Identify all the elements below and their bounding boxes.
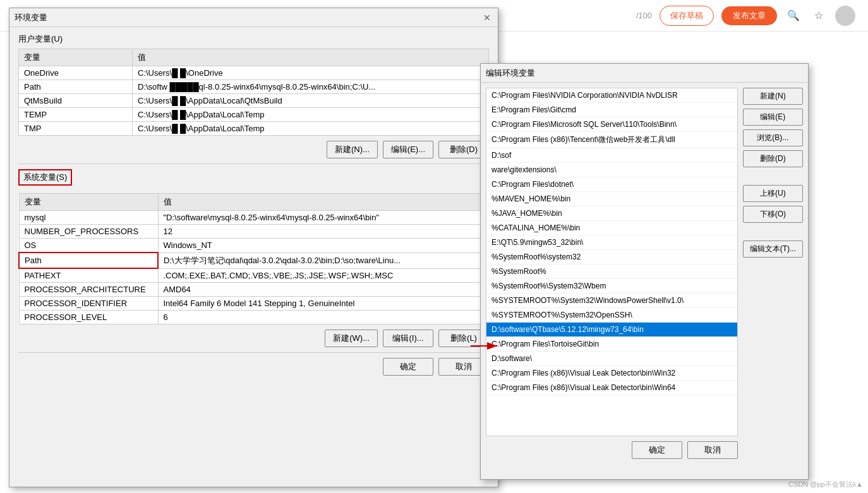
path-list-item[interactable]: C:\Program Files\dotnet\ [486,177,737,192]
user-table-cell-var: Path [19,80,133,94]
sys-table-header-val: 值 [158,194,489,211]
sys-buttons-row: 新建(W)... 编辑(I)... 删除(L) [18,330,489,347]
edit-dialog-body: C:\Program Files\NVIDIA Corporation\NVID… [481,83,808,479]
user-table-row[interactable]: TEMPC:\Users\█ █\AppData\Local\Temp [19,108,489,122]
search-icon[interactable]: 🔍 [785,7,802,25]
publish-button[interactable]: 发布文章 [721,6,777,25]
sys-table-cell-val: Intel64 Family 6 Model 141 Stepping 1, G… [158,297,489,311]
user-table-row[interactable]: QtMsBuildC:\Users\█ █\AppData\Local\QtMs… [19,94,489,108]
path-list-item[interactable]: C:\Program Files (x86)\Tencent\微信web开发者工… [486,132,737,148]
divider [18,163,489,164]
user-variables-table: 变量 值 OneDriveC:\Users\█ █\OneDrivePathD:… [18,49,489,136]
sys-table-row[interactable]: PathD:\大学学习笔记\qdal\qdal-3.0.2\qdal-3.0.2… [19,252,489,268]
sys-table-cell-val: 12 [158,225,489,239]
dialog-body: 用户变量(U) 变量 值 OneDriveC:\Users\█ █\OneDri… [9,27,498,382]
path-list-item[interactable]: D:\software\QTbase\5.12.12\mingw73_64\bi… [486,323,737,337]
sys-table-cell-var: OS [19,239,158,253]
user-table-row[interactable]: OneDriveC:\Users\█ █\OneDrive [19,66,489,80]
user-table-cell-var: TMP [19,122,133,136]
path-list[interactable]: C:\Program Files\NVIDIA Corporation\NVID… [486,88,738,436]
sys-new-button[interactable]: 新建(W)... [325,330,378,347]
user-table-header-var: 变量 [19,49,133,66]
user-buttons-row: 新建(N)... 编辑(E)... 删除(D) [18,141,489,158]
sys-table-row[interactable]: PROCESSOR_IDENTIFIERIntel64 Family 6 Mod… [19,297,489,311]
path-edit-text-button[interactable]: 编辑文本(T)... [743,241,803,258]
sys-table-cell-var: Path [19,252,158,268]
user-table-cell-var: OneDrive [19,66,133,80]
close-button[interactable]: ✕ [481,12,493,23]
user-table-row[interactable]: PathD:\softw █████ql-8.0.25-winx64\mysql… [19,80,489,94]
divider2 [18,352,489,353]
path-list-item[interactable]: C:\Program Files (x86)\Visual Leak Detec… [486,381,737,395]
edit-confirm-button[interactable]: 确定 [632,441,682,459]
env-variables-dialog: 环境变量 ✕ 用户变量(U) 变量 值 OneDriveC:\Users\█ █… [9,8,498,487]
path-list-item[interactable]: D:\sof [486,148,737,163]
sys-table-row[interactable]: PROCESSOR_LEVEL6 [19,311,489,324]
sys-table-header-var: 变量 [19,194,158,211]
sys-section-label: 系统变量(S) [18,169,72,186]
sys-table-cell-val: "D:\software\mysql-8.0.25-winx64\mysql-8… [158,211,489,225]
edit-list-area: C:\Program Files\NVIDIA Corporation\NVID… [481,83,743,479]
user-section-label: 用户变量(U) [18,33,489,45]
user-table-header-val: 值 [133,49,489,66]
sys-table-row[interactable]: PROCESSOR_ARCHITECTUREAMD64 [19,283,489,297]
path-list-item[interactable]: %JAVA_HOME%\bin [486,206,737,221]
star-icon[interactable]: ☆ [810,7,828,25]
path-list-item[interactable]: E:\Program Files\Git\cmd [486,103,737,117]
user-table-cell-val: D:\softw █████ql-8.0.25-winx64\mysql-8.0… [133,80,489,94]
path-list-item[interactable]: D:\software\ [486,352,737,366]
sys-table-row[interactable]: mysql"D:\software\mysql-8.0.25-winx64\my… [19,211,489,225]
sys-edit-button[interactable]: 编辑(I)... [383,330,433,347]
path-browse-button[interactable]: 浏览(B)... [743,129,803,146]
user-table-cell-val: C:\Users\█ █\AppData\Local\Temp [133,108,489,122]
sys-table-row[interactable]: OSWindows_NT [19,239,489,253]
user-new-button[interactable]: 新建(N)... [327,141,378,158]
path-new-button[interactable]: 新建(N) [743,88,803,105]
path-list-item[interactable]: C:\Program Files\TortoiseGit\bin [486,337,737,352]
user-edit-button[interactable]: 编辑(E)... [383,141,433,158]
path-list-item[interactable]: C:\Program Files (x86)\Visual Leak Detec… [486,366,737,381]
counter-text: /100 [636,11,652,20]
user-table-cell-var: QtMsBuild [19,94,133,108]
dialog-title: 环境变量 [15,12,47,23]
sys-table-cell-val: .COM;.EXE;.BAT;.CMD;.VBS;.VBE;.JS;.JSE;.… [158,268,489,283]
path-list-item[interactable]: %SystemRoot%\system32 [486,250,737,264]
path-list-item[interactable]: %MAVEN_HOME%\bin [486,192,737,206]
path-list-item[interactable]: %SystemRoot%\System32\Wbem [486,279,737,294]
sys-table-cell-var: NUMBER_OF_PROCESSORS [19,225,158,239]
user-table-cell-val: C:\Users\█ █\AppData\Local\Temp [133,122,489,136]
path-list-item[interactable]: C:\Program Files\NVIDIA Corporation\NVID… [486,88,737,103]
sys-table-cell-val: D:\大学学习笔记\qdal\qdal-3.0.2\qdal-3.0.2\bin… [158,252,489,268]
edit-dialog-title: 编辑环境变量 [486,68,535,79]
path-list-item[interactable]: ware\gitextensions\ [486,163,737,177]
user-table-cell-val: C:\Users\█ █\AppData\Local\QtMsBuild [133,94,489,108]
sys-table-cell-var: PROCESSOR_IDENTIFIER [19,297,158,311]
path-edit-button[interactable]: 编辑(E) [743,109,803,126]
sys-table-row[interactable]: NUMBER_OF_PROCESSORS12 [19,225,489,239]
path-list-item[interactable]: %SYSTEMROOT%\System32\WindowsPowerShell\… [486,294,737,308]
user-table-row[interactable]: TMPC:\Users\█ █\AppData\Local\Temp [19,122,489,136]
dialog-titlebar: 环境变量 ✕ [9,8,498,27]
bottom-buttons-row: 确定 取消 [18,358,489,376]
sys-table-cell-var: mysql [19,211,158,225]
arrow-indicator [471,340,502,352]
avatar[interactable] [835,6,855,26]
path-move-down-button[interactable]: 下移(O) [743,206,803,223]
path-list-item[interactable]: E:\QT\5.9\mingw53_32\bin\ [486,235,737,250]
path-list-item[interactable]: %SYSTEMROOT%\System32\OpenSSH\ [486,308,737,323]
path-list-item[interactable]: C:\Program Files\Microsoft SQL Server\11… [486,117,737,132]
path-move-up-button[interactable]: 上移(U) [743,185,803,202]
watermark: CSDN @pp不会算法λ▲ [788,480,863,489]
sys-section-container: 系统变量(S) [18,169,489,189]
path-delete-button[interactable]: 删除(D) [743,150,803,167]
save-draft-button[interactable]: 保存草稿 [660,6,714,26]
sys-table-row[interactable]: PATHEXT.COM;.EXE;.BAT;.CMD;.VBS;.VBE;.JS… [19,268,489,283]
sys-table-cell-var: PROCESSOR_ARCHITECTURE [19,283,158,297]
sys-table-cell-val: AMD64 [158,283,489,297]
edit-cancel-button[interactable]: 取消 [687,441,738,459]
path-list-item[interactable]: %SystemRoot% [486,264,737,279]
confirm-button[interactable]: 确定 [383,358,433,376]
path-list-item[interactable]: %CATALINA_HOME%\bin [486,221,737,235]
sys-variables-table: 变量 值 mysql"D:\software\mysql-8.0.25-winx… [18,193,489,324]
sys-table-cell-var: PATHEXT [19,268,158,283]
